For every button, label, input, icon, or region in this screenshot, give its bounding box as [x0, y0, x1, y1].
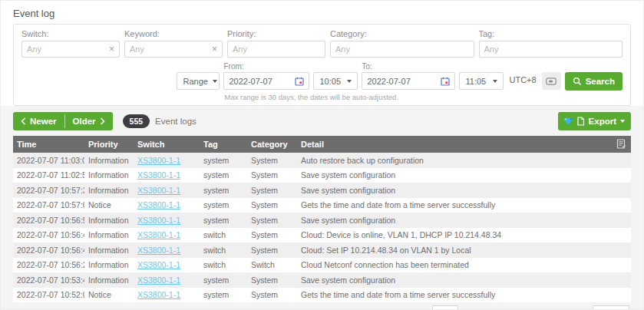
row-category: System: [247, 275, 297, 285]
row-time: 2022-07-07 10:56:54: [13, 216, 84, 225]
switch-link[interactable]: XS3800-1-1: [137, 230, 180, 239]
switch-link[interactable]: XS3800-1-1: [137, 216, 180, 225]
switch-link[interactable]: XS3800-1-1: [137, 290, 180, 299]
switch-filter-input[interactable]: [27, 45, 106, 54]
col-tag[interactable]: Tag: [200, 140, 247, 149]
row-category: System: [247, 290, 297, 299]
from-date-field: [223, 72, 309, 90]
category-filter-input[interactable]: [335, 45, 469, 54]
event-count-label: Event logs: [155, 117, 197, 126]
timezone-label: UTC+8: [507, 75, 537, 84]
row-tag: system: [200, 290, 247, 299]
row-time: 2022-07-07 10:56:45: [13, 246, 84, 255]
clear-switch-icon[interactable]: ×: [106, 45, 114, 54]
table-row: 2022-07-07 10:56:46 Information XS3800-1…: [13, 228, 631, 243]
row-priority: Information: [84, 170, 134, 180]
filter-field-switch: Switch: ×: [21, 29, 120, 58]
switch-link[interactable]: XS3800-1-1: [137, 186, 180, 195]
event-log-screen: Event log Switch: × Keyword: × Priority:: [0, 0, 644, 310]
table-row: 2022-07-07 10:57:01 Notice XS3800-1-1 sy…: [13, 198, 631, 213]
switch-link[interactable]: XS3800-1-1: [137, 170, 180, 180]
chevron-right-icon: [100, 117, 105, 125]
row-time: 2022-07-07 11:03:01: [13, 156, 84, 165]
column-selector-icon[interactable]: [616, 139, 626, 149]
newer-button[interactable]: Newer: [13, 112, 64, 130]
row-time: 2022-07-07 10:52:08: [13, 290, 84, 299]
calendar-icon[interactable]: [441, 77, 450, 86]
results-per-page-select[interactable]: 10: [593, 305, 629, 310]
from-time-value: 10:05: [319, 77, 341, 86]
row-time: 2022-07-07 10:57:01: [13, 200, 84, 209]
range-mode-select[interactable]: Range: [177, 72, 220, 90]
export-file-icon: [576, 117, 585, 126]
row-priority: Information: [84, 216, 134, 225]
col-switch[interactable]: Switch: [134, 140, 200, 149]
filter-field-category: Category:: [330, 29, 474, 58]
search-button-label: Search: [586, 77, 615, 86]
from-label: From:: [223, 62, 309, 71]
table-row: 2022-07-07 11:02:56 Information XS3800-1…: [13, 168, 631, 183]
export-button[interactable]: Export: [558, 112, 631, 130]
switch-link[interactable]: XS3800-1-1: [137, 260, 180, 269]
row-time: 2022-07-07 10:56:46: [13, 230, 84, 239]
switch-link[interactable]: XS3800-1-1: [137, 156, 180, 165]
event-log-table: Time Priority Switch Tag Category Detail: [13, 136, 631, 302]
caret-down-icon: [347, 80, 352, 83]
chevron-left-icon: [21, 117, 26, 125]
filter-row: Switch: × Keyword: × Priority:: [21, 29, 623, 58]
row-time: 2022-07-07 10:53:43: [13, 275, 84, 285]
table-row: 2022-07-07 10:52:08 Notice XS3800-1-1 sy…: [13, 288, 631, 303]
from-date-input[interactable]: [229, 77, 295, 86]
older-button[interactable]: Older: [65, 112, 113, 130]
switch-link[interactable]: XS3800-1-1: [137, 246, 180, 255]
table-row: 2022-07-07 10:57:39 Information XS3800-1…: [13, 183, 631, 198]
search-icon: [573, 77, 582, 86]
row-time: 2022-07-07 11:02:56: [13, 170, 84, 180]
event-count-badge: 555: [123, 114, 150, 128]
to-label: To:: [362, 62, 455, 71]
range-mode-value: Range: [183, 77, 207, 86]
row-priority: Information: [84, 246, 134, 255]
col-time[interactable]: Time: [13, 140, 84, 149]
col-detail[interactable]: Detail: [297, 140, 631, 149]
row-detail: Auto restore back up configuration: [297, 156, 631, 165]
col-category[interactable]: Category: [247, 140, 297, 149]
row-tag: switch: [200, 230, 247, 239]
row-priority: Notice: [84, 290, 134, 299]
caret-down-icon: [213, 80, 217, 83]
row-priority: Information: [84, 275, 134, 285]
row-priority: Information: [84, 260, 134, 269]
switch-link[interactable]: XS3800-1-1: [137, 200, 180, 209]
switch-filter-label: Switch:: [21, 29, 120, 38]
clear-keyword-icon[interactable]: ×: [209, 45, 217, 54]
col-priority[interactable]: Priority: [84, 140, 134, 149]
row-detail: Gets the time and date from a time serve…: [297, 200, 631, 209]
category-filter-box: [330, 41, 474, 58]
priority-filter-input[interactable]: [233, 45, 320, 54]
row-detail: Gets the time and date from a time serve…: [297, 290, 631, 299]
to-time-select[interactable]: 11:05: [459, 72, 504, 90]
row-detail: Save system configuration: [297, 170, 631, 180]
switch-link[interactable]: XS3800-1-1: [137, 275, 180, 285]
older-button-label: Older: [73, 117, 96, 126]
row-category: System: [247, 156, 297, 165]
row-tag: system: [200, 170, 247, 180]
calendar-icon[interactable]: [295, 77, 304, 86]
keyword-filter-input[interactable]: [130, 45, 209, 54]
row-detail: Save system configuration: [297, 275, 631, 285]
tag-filter-input[interactable]: [484, 45, 618, 54]
log-toolbar: Newer Older 555 Event logs: [13, 112, 631, 130]
page-number-input[interactable]: [432, 305, 458, 310]
search-button[interactable]: Search: [565, 72, 623, 91]
from-date-group: From: Max range is 30 days, the dates wi…: [223, 62, 309, 90]
priority-filter-box: [227, 41, 325, 58]
to-date-field: [362, 72, 455, 90]
row-category: System: [247, 216, 297, 225]
to-date-input[interactable]: [367, 77, 441, 86]
reset-filters-button[interactable]: [542, 72, 561, 90]
filter-panel: Switch: × Keyword: × Priority:: [13, 24, 631, 106]
reset-filters-icon: [546, 78, 556, 85]
row-priority: Information: [84, 156, 134, 165]
row-category: System: [247, 186, 297, 195]
from-time-select[interactable]: 10:05: [313, 72, 358, 90]
